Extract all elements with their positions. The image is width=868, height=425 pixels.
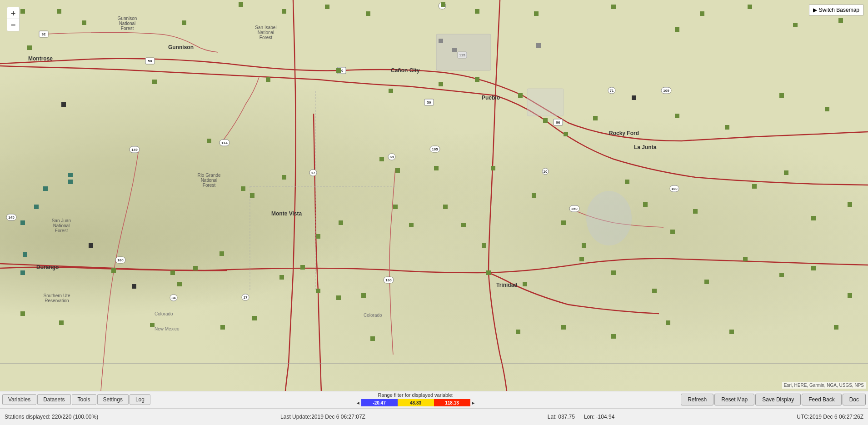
station-marker xyxy=(564,132,568,136)
station-marker xyxy=(461,223,466,227)
station-marker xyxy=(393,205,398,209)
station-marker xyxy=(279,275,284,280)
station-marker xyxy=(848,202,852,207)
station-marker xyxy=(68,173,73,177)
range-red: 118.13 xyxy=(434,399,470,406)
range-tick-right: ► xyxy=(470,400,477,405)
svg-text:10: 10 xyxy=(544,170,548,174)
svg-text:69: 69 xyxy=(390,155,394,159)
station-marker xyxy=(361,293,366,298)
station-marker xyxy=(239,2,243,7)
svg-text:350: 350 xyxy=(571,207,578,211)
station-marker xyxy=(704,280,709,284)
station-marker xyxy=(250,193,254,198)
refresh-button[interactable]: Refresh xyxy=(681,394,713,405)
station-marker xyxy=(652,289,657,293)
datasets-button[interactable]: Datasets xyxy=(37,394,70,405)
station-marker xyxy=(68,180,73,184)
station-marker xyxy=(23,252,27,257)
station-marker xyxy=(582,243,586,248)
roads-overlay: .road-major { stroke: #b03030; stroke-wi… xyxy=(0,0,868,391)
reset-map-button[interactable]: Reset Map xyxy=(714,394,754,405)
station-marker xyxy=(441,2,445,7)
station-marker xyxy=(561,325,566,330)
station-marker xyxy=(132,284,136,289)
station-marker xyxy=(111,268,116,273)
log-button[interactable]: Log xyxy=(130,394,150,405)
svg-text:17: 17 xyxy=(311,171,315,175)
station-marker xyxy=(43,186,48,191)
station-marker xyxy=(593,116,598,120)
svg-text:105: 105 xyxy=(432,147,438,151)
range-filter-label: Range filter for displayed variable: xyxy=(378,392,453,398)
station-marker xyxy=(336,68,341,73)
range-filter: Range filter for displayed variable: ◄ -… xyxy=(153,391,678,408)
station-marker xyxy=(779,93,784,98)
station-marker xyxy=(241,186,245,191)
station-marker xyxy=(61,102,66,107)
station-marker xyxy=(282,9,286,14)
station-marker xyxy=(316,289,320,293)
station-marker xyxy=(793,23,798,27)
toolbar-bottom: Stations displayed: 220/220 (100.00%) La… xyxy=(0,409,868,425)
station-marker xyxy=(700,11,704,16)
svg-text:145: 145 xyxy=(8,215,15,220)
station-marker xyxy=(625,180,629,184)
station-marker xyxy=(266,77,270,82)
variables-button[interactable]: Variables xyxy=(2,394,36,405)
station-marker xyxy=(611,270,616,275)
station-marker xyxy=(366,11,370,16)
station-marker xyxy=(748,5,752,9)
station-marker xyxy=(743,257,748,261)
station-marker xyxy=(516,330,520,334)
svg-text:50: 50 xyxy=(148,59,152,63)
lon-display: Lon: -104.94 xyxy=(584,414,614,420)
bottom-toolbar: VariablesDatasetsToolsSettingsLog Range … xyxy=(0,391,868,425)
save-display-button[interactable]: Save Display xyxy=(755,394,801,405)
station-marker xyxy=(170,270,175,275)
settings-button[interactable]: Settings xyxy=(97,394,129,405)
station-marker xyxy=(752,184,757,189)
last-update: Last Update:2019 Dec 6 06:27:07Z xyxy=(280,414,365,420)
station-marker xyxy=(838,18,843,23)
lat-display: Lat: 037.75 xyxy=(548,414,575,420)
station-marker xyxy=(20,311,25,316)
svg-rect-45 xyxy=(527,89,564,116)
station-marker xyxy=(675,27,679,32)
station-marker xyxy=(395,168,400,173)
station-marker xyxy=(475,9,479,14)
tools-button[interactable]: Tools xyxy=(72,394,96,405)
zoom-out-button[interactable]: − xyxy=(7,19,19,31)
station-marker xyxy=(534,11,539,16)
station-marker xyxy=(409,223,414,227)
stations-displayed-label: Stations displayed: 220/220 (100.00%) xyxy=(5,414,98,420)
station-marker xyxy=(825,107,829,111)
svg-text:160: 160 xyxy=(117,258,124,262)
station-marker xyxy=(152,80,157,84)
station-marker xyxy=(20,270,25,275)
station-marker xyxy=(439,39,443,43)
station-marker xyxy=(379,157,384,161)
station-marker xyxy=(729,330,734,334)
switch-basemap-button[interactable]: ▶ Switch Basemap xyxy=(809,5,863,15)
status-bar: Stations displayed: 220/220 (100.00%) La… xyxy=(5,414,863,420)
station-marker xyxy=(282,175,286,180)
station-marker xyxy=(486,270,491,275)
map-container[interactable]: .road-major { stroke: #b03030; stroke-wi… xyxy=(0,0,868,391)
station-marker xyxy=(34,205,39,209)
station-marker xyxy=(193,266,198,270)
svg-text:50: 50 xyxy=(427,100,431,105)
feedback-button[interactable]: Feed Back xyxy=(802,394,841,405)
svg-text:84: 84 xyxy=(172,296,176,300)
zoom-in-button[interactable]: + xyxy=(7,7,19,19)
station-marker xyxy=(370,336,375,341)
station-marker xyxy=(252,316,257,320)
station-marker xyxy=(207,139,211,143)
left-nav: VariablesDatasetsToolsSettingsLog xyxy=(0,394,153,405)
station-marker xyxy=(561,220,566,225)
station-marker xyxy=(82,20,86,25)
station-marker xyxy=(316,234,320,239)
station-marker xyxy=(532,193,536,198)
station-marker xyxy=(536,43,541,48)
doc-button[interactable]: Doc xyxy=(843,394,866,405)
